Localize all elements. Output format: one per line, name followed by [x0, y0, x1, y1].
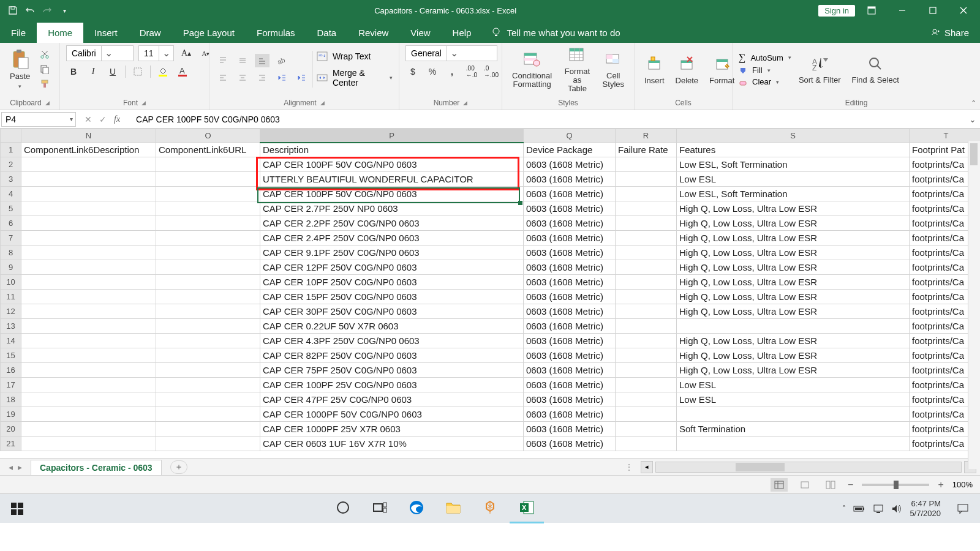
tell-me[interactable]: Tell me what you want to do	[482, 27, 628, 43]
row-header[interactable]: 2	[1, 157, 21, 172]
column-header-Q[interactable]: Q	[524, 129, 616, 143]
signin-button[interactable]: Sign in	[818, 5, 855, 17]
cell[interactable]: Failure Rate	[616, 143, 677, 157]
normal-view-button[interactable]	[771, 478, 788, 492]
cell[interactable]	[156, 378, 260, 392]
cell[interactable]	[21, 363, 156, 378]
undo-button[interactable]	[22, 2, 38, 18]
align-bottom-button[interactable]	[255, 54, 270, 67]
cell[interactable]: Device Package	[524, 143, 616, 157]
cell[interactable]	[616, 348, 677, 363]
clipboard-launcher[interactable]: ◢	[45, 100, 50, 106]
cell[interactable]: 0603 (1608 Metric)	[524, 437, 616, 451]
row-header[interactable]: 7	[1, 231, 21, 246]
cell[interactable]	[156, 437, 260, 451]
tray-chevron-icon[interactable]: ˄	[842, 504, 846, 513]
bold-button[interactable]: B	[66, 65, 81, 78]
cell[interactable]	[156, 348, 260, 363]
merge-center-button[interactable]: Merge & Center ▾	[317, 68, 393, 88]
cell[interactable]	[21, 216, 156, 231]
cell[interactable]: 0603 (1608 Metric)	[524, 290, 616, 304]
cell[interactable]	[21, 157, 156, 172]
zoom-in-button[interactable]: +	[938, 479, 943, 490]
row-header[interactable]: 21	[1, 437, 21, 451]
fill-button[interactable]: Fill▾	[739, 66, 791, 75]
column-header-S[interactable]: S	[677, 129, 910, 143]
cell[interactable]	[616, 246, 677, 260]
insert-function-button[interactable]: fx	[114, 114, 120, 124]
decrease-indent-button[interactable]	[274, 71, 289, 84]
format-as-table-button[interactable]: Format as Table	[559, 44, 595, 95]
zoom-level[interactable]: 100%	[952, 480, 973, 489]
cell[interactable]	[156, 201, 260, 216]
cell[interactable]	[616, 363, 677, 378]
enter-formula-button[interactable]: ✓	[99, 114, 107, 124]
cell[interactable]: CAP CER 100PF 50V C0G/NP0 0603	[260, 157, 524, 172]
italic-button[interactable]: I	[86, 65, 100, 78]
row-header[interactable]: 5	[1, 201, 21, 216]
find-select-button[interactable]: Find & Select	[848, 53, 903, 86]
row-header[interactable]: 10	[1, 275, 21, 290]
cell[interactable]: CAP CER 4.3PF 250V C0G/NP0 0603	[260, 334, 524, 348]
cell[interactable]	[156, 290, 260, 304]
fill-color-button[interactable]	[156, 65, 170, 78]
tab-insert[interactable]: Insert	[83, 23, 129, 43]
cell[interactable]: 0603 (1608 Metric)	[524, 407, 616, 422]
minimize-button[interactable]	[888, 0, 916, 21]
cell[interactable]: 0603 (1608 Metric)	[524, 260, 616, 275]
cell[interactable]: CAP CER 75PF 250V C0G/NP0 0603	[260, 363, 524, 378]
tab-view[interactable]: View	[399, 23, 441, 43]
column-header-O[interactable]: O	[156, 129, 260, 143]
align-top-button[interactable]	[216, 54, 230, 67]
cancel-formula-button[interactable]: ✕	[85, 114, 92, 124]
cell[interactable]: High Q, Low Loss, Ultra Low ESR	[677, 260, 910, 275]
app-button[interactable]	[473, 494, 507, 523]
cell[interactable]: CAP CER 10PF 250V C0G/NP0 0603	[260, 275, 524, 290]
cell[interactable]: UTTERLY BEAUTIFUL WONDERFUL CAPACITOR	[260, 172, 524, 187]
column-header-R[interactable]: R	[616, 129, 677, 143]
row-header[interactable]: 9	[1, 260, 21, 275]
increase-indent-button[interactable]	[294, 71, 309, 84]
new-sheet-button[interactable]: ＋	[170, 460, 187, 474]
decrease-decimal-button[interactable]: .0→.00	[484, 65, 499, 78]
cell[interactable]	[616, 437, 677, 451]
row-header[interactable]: 17	[1, 378, 21, 392]
tab-data[interactable]: Data	[306, 23, 347, 43]
cell[interactable]: Description	[260, 143, 524, 157]
excel-taskbar-button[interactable]: X	[510, 494, 544, 523]
cell[interactable]	[156, 319, 260, 334]
cell[interactable]	[21, 422, 156, 437]
cell[interactable]: 0603 (1608 Metric)	[524, 304, 616, 319]
edge-button[interactable]	[399, 494, 434, 523]
autosum-button[interactable]: ∑AutoSum▾	[739, 52, 791, 63]
cell[interactable]: CAP CER 100PF 25V C0G/NP0 0603	[260, 378, 524, 392]
cell[interactable]	[21, 437, 156, 451]
column-header-N[interactable]: N	[21, 129, 156, 143]
tab-draw[interactable]: Draw	[129, 23, 172, 43]
task-view-button[interactable]	[363, 494, 397, 523]
cell[interactable]: High Q, Low Loss, Ultra Low ESR	[677, 246, 910, 260]
accounting-format-button[interactable]: $	[405, 65, 420, 78]
row-header[interactable]: 19	[1, 407, 21, 422]
cell[interactable]	[21, 246, 156, 260]
cell[interactable]: CAP CER 1000PF 25V X7R 0603	[260, 422, 524, 437]
row-header[interactable]: 11	[1, 290, 21, 304]
font-color-button[interactable]: A	[175, 65, 190, 78]
cell[interactable]	[21, 319, 156, 334]
cell[interactable]: 0603 (1608 Metric)	[524, 187, 616, 201]
start-button[interactable]	[0, 494, 34, 523]
cell[interactable]	[616, 392, 677, 407]
cell[interactable]: Low ESL, Soft Termination	[677, 157, 910, 172]
cell[interactable]	[156, 275, 260, 290]
cell[interactable]	[21, 407, 156, 422]
vertical-scrollbar[interactable]	[968, 141, 980, 469]
sheet-nav-prev[interactable]: ◂	[9, 462, 13, 472]
cell[interactable]: Soft Termination	[677, 422, 910, 437]
cell[interactable]	[21, 304, 156, 319]
alignment-launcher[interactable]: ◢	[320, 100, 325, 106]
cell[interactable]: ComponentLink6URL	[156, 143, 260, 157]
cell[interactable]: 0603 (1608 Metric)	[524, 172, 616, 187]
cell[interactable]	[156, 216, 260, 231]
tab-review[interactable]: Review	[347, 23, 399, 43]
hscroll-track[interactable]	[655, 462, 962, 473]
